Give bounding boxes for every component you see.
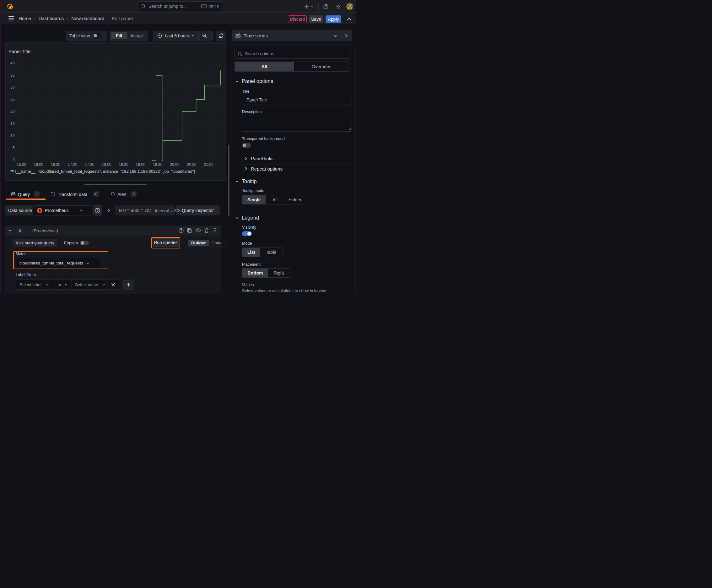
svg-text:20: 20 xyxy=(10,109,15,114)
svg-text:15:30: 15:30 xyxy=(17,162,26,167)
svg-text:19:00: 19:00 xyxy=(136,162,145,167)
svg-text:16:30: 16:30 xyxy=(51,162,60,167)
svg-text:20:30: 20:30 xyxy=(187,162,196,167)
svg-text:18:30: 18:30 xyxy=(119,162,128,167)
svg-text:40: 40 xyxy=(10,61,15,65)
svg-text:0: 0 xyxy=(13,158,15,162)
svg-text:17:00: 17:00 xyxy=(68,162,77,167)
svg-text:25: 25 xyxy=(10,97,15,102)
svg-text:17:30: 17:30 xyxy=(85,162,94,167)
svg-text:15: 15 xyxy=(10,122,15,126)
svg-text:35: 35 xyxy=(10,73,15,78)
svg-text:16:00: 16:00 xyxy=(34,162,43,167)
svg-text:30: 30 xyxy=(10,85,15,89)
svg-text:10: 10 xyxy=(10,133,15,138)
svg-text:21:00: 21:00 xyxy=(204,162,214,167)
svg-text:20:00: 20:00 xyxy=(170,162,179,167)
svg-text:5: 5 xyxy=(13,146,15,150)
svg-text:19:30: 19:30 xyxy=(153,162,162,167)
svg-text:18:00: 18:00 xyxy=(102,162,111,167)
